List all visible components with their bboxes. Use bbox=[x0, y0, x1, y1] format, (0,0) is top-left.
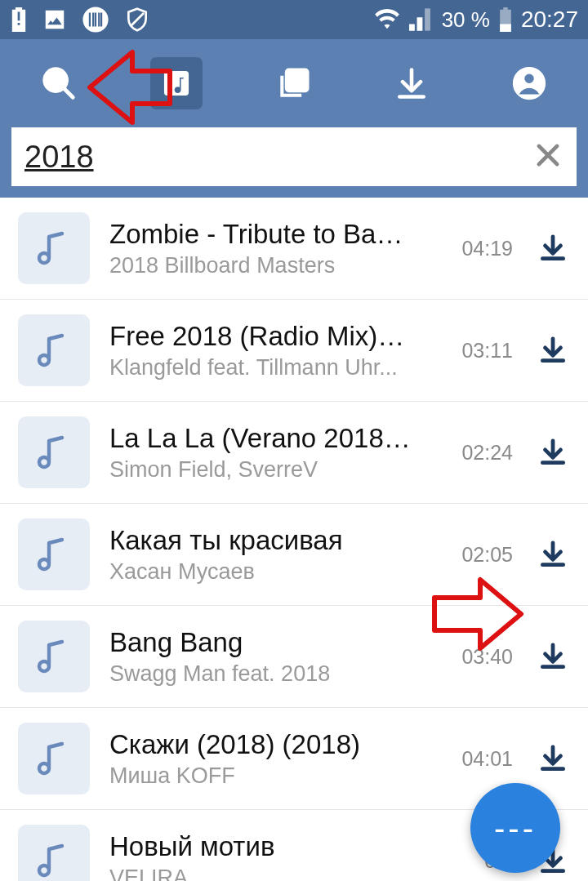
search-query-text: 2018 bbox=[24, 140, 532, 175]
track-artist: 2018 Billboard Masters bbox=[109, 253, 425, 278]
track-title: La La La (Verano 2018… bbox=[109, 423, 425, 454]
download-button[interactable] bbox=[532, 534, 573, 575]
track-thumb bbox=[18, 518, 90, 590]
search-container: 2018 bbox=[0, 127, 588, 198]
track-thumb bbox=[18, 723, 90, 794]
nav-downloads[interactable] bbox=[379, 51, 444, 116]
download-button[interactable] bbox=[532, 636, 573, 677]
track-title: Free 2018 (Radio Mix)… bbox=[109, 321, 425, 352]
fab-more[interactable]: --- bbox=[470, 783, 560, 873]
track-meta: Новый мотивVELIRA bbox=[109, 831, 430, 882]
track-row[interactable]: Bang BangSwagg Man feat. 201803:40 bbox=[0, 606, 588, 708]
track-duration: 02:05 bbox=[449, 543, 513, 567]
track-duration: 04:01 bbox=[449, 747, 513, 771]
track-title: Zombie - Tribute to Ba… bbox=[109, 219, 425, 250]
fab-label: --- bbox=[494, 810, 537, 847]
track-meta: Какая ты красиваяХасан Мусаев bbox=[109, 525, 430, 585]
track-duration: 03:40 bbox=[449, 645, 513, 669]
svg-point-15 bbox=[523, 73, 534, 84]
track-title: Какая ты красивая bbox=[109, 525, 425, 556]
nav-bar bbox=[0, 39, 588, 127]
svg-line-9 bbox=[64, 88, 74, 98]
track-artist: Swagg Man feat. 2018 bbox=[109, 661, 425, 687]
track-meta: La La La (Verano 2018…Simon Field, Sverr… bbox=[109, 423, 430, 483]
track-thumb bbox=[18, 621, 90, 692]
download-button[interactable] bbox=[532, 228, 573, 269]
track-row[interactable]: Free 2018 (Radio Mix)…Klangfeld feat. Ti… bbox=[0, 300, 588, 402]
track-duration: 04:19 bbox=[449, 237, 513, 260]
image-icon bbox=[42, 7, 67, 32]
track-row[interactable]: La La La (Verano 2018…Simon Field, Sverr… bbox=[0, 402, 588, 504]
nav-single-track[interactable] bbox=[144, 51, 209, 116]
track-artist: VELIRA bbox=[109, 865, 425, 882]
nav-library[interactable] bbox=[261, 51, 327, 116]
nav-profile[interactable] bbox=[497, 51, 562, 116]
track-artist: Миша KOFF bbox=[109, 763, 425, 789]
svg-line-6 bbox=[131, 13, 144, 26]
track-meta: Free 2018 (Radio Mix)…Klangfeld feat. Ti… bbox=[109, 321, 430, 380]
search-input[interactable]: 2018 bbox=[11, 127, 577, 186]
track-artist: Simon Field, SverreV bbox=[109, 457, 425, 483]
track-thumb bbox=[18, 212, 90, 284]
download-button[interactable] bbox=[532, 432, 573, 473]
track-row[interactable]: Какая ты красиваяХасан Мусаев02:05 bbox=[0, 504, 588, 606]
track-title: Новый мотив bbox=[109, 831, 425, 862]
track-thumb bbox=[18, 314, 90, 386]
track-meta: Zombie - Tribute to Ba…2018 Billboard Ma… bbox=[109, 219, 430, 278]
svg-rect-7 bbox=[500, 24, 511, 32]
track-title: Bang Bang bbox=[109, 627, 425, 658]
shield-icon bbox=[124, 7, 150, 33]
status-bar: 30 % 20:27 bbox=[0, 0, 588, 39]
battery-icon bbox=[498, 7, 513, 32]
track-thumb bbox=[18, 416, 90, 488]
download-button[interactable] bbox=[532, 330, 573, 371]
track-meta: Bang BangSwagg Man feat. 2018 bbox=[109, 627, 430, 687]
clear-icon[interactable] bbox=[532, 140, 564, 174]
track-artist: Хасан Мусаев bbox=[109, 559, 425, 585]
nav-search[interactable] bbox=[26, 51, 91, 116]
track-duration: 03:11 bbox=[449, 339, 513, 363]
track-meta: Скажи (2018) (2018)Миша KOFF bbox=[109, 729, 430, 789]
battery-alert-icon bbox=[10, 7, 28, 32]
download-button[interactable] bbox=[532, 738, 573, 779]
track-artist: Klangfeld feat. Tillmann Uhr... bbox=[109, 355, 425, 380]
signal-icon bbox=[409, 8, 434, 31]
wifi-icon bbox=[373, 8, 401, 31]
track-thumb bbox=[18, 825, 90, 881]
track-row[interactable]: Zombie - Tribute to Ba…2018 Billboard Ma… bbox=[0, 198, 588, 300]
track-title: Скажи (2018) (2018) bbox=[109, 729, 425, 760]
barcode-icon bbox=[82, 6, 109, 33]
track-list: Zombie - Tribute to Ba…2018 Billboard Ma… bbox=[0, 198, 588, 881]
track-duration: 02:24 bbox=[449, 441, 513, 465]
battery-percent: 30 % bbox=[442, 7, 490, 33]
clock: 20:27 bbox=[521, 7, 578, 33]
